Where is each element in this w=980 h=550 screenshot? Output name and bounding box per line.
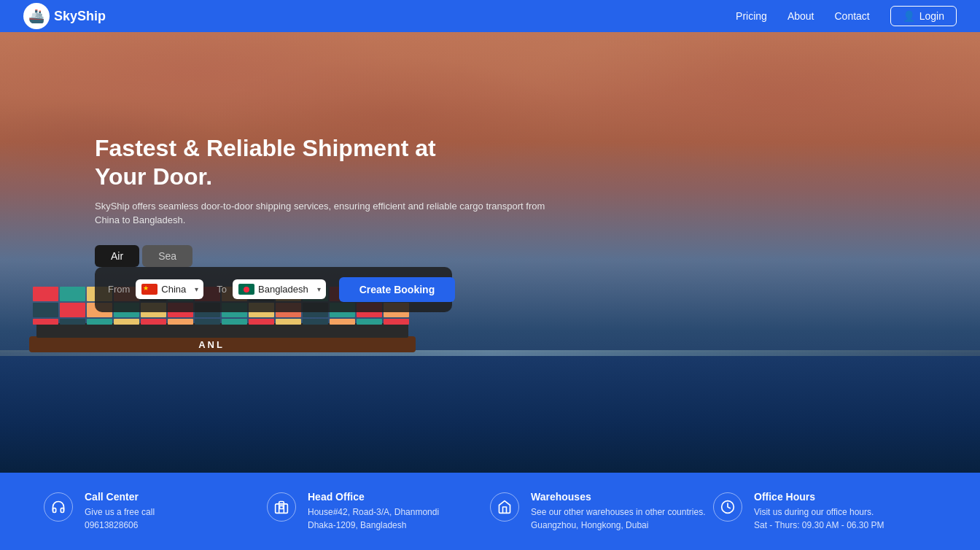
footer-office-hours: Office Hours Visit us during our office … [713, 491, 936, 532]
brand-name: SkyShip [54, 9, 106, 24]
hero-content: Fastest & Reliable Shipment at Your Door… [0, 32, 980, 473]
booking-form: From China To Bangladesh Create Booking [95, 267, 452, 312]
footer-call-line1: Give us a free call [85, 506, 155, 519]
tab-sea[interactable]: Sea [142, 245, 192, 267]
footer-office-line2: Dhaka-1209, Bangladesh [308, 519, 439, 532]
to-country-label: Bangladesh [258, 284, 308, 295]
footer-warehouses: Warehouses See our other warehouses in o… [490, 491, 713, 532]
login-button[interactable]: 👤 Login [890, 6, 957, 26]
to-group: To Bangladesh [217, 279, 325, 299]
to-label: To [217, 284, 227, 295]
to-country-select[interactable]: Bangladesh [233, 279, 326, 299]
hero-section: ANL Fastest & Reliable Shipment at Your … [0, 0, 980, 473]
footer-warehouse-line1: See our other warehouses in other countr… [531, 506, 705, 519]
footer-call-line2: 09613828606 [85, 519, 155, 532]
footer-hours-line1: Visit us during our office hours. [754, 506, 884, 519]
footer-office-title: Head Office [308, 491, 439, 503]
hero-title: Fastest & Reliable Shipment at Your Door… [95, 134, 459, 190]
footer: Call Center Give us a free call 09613828… [0, 473, 980, 550]
logo-icon: 🚢 [23, 3, 50, 29]
bangladesh-flag [238, 284, 254, 295]
nav-about[interactable]: About [788, 10, 814, 22]
footer-office-text: Head Office House#42, Road-3/A, Dhanmond… [308, 491, 439, 532]
headset-icon [44, 492, 73, 522]
brand-logo[interactable]: 🚢 SkyShip [23, 3, 106, 29]
footer-call-center: Call Center Give us a free call 09613828… [44, 491, 267, 532]
create-booking-button[interactable]: Create Booking [339, 277, 455, 302]
footer-hours-line2: Sat - Thurs: 09.30 AM - 06.30 PM [754, 519, 884, 532]
building-icon [267, 492, 296, 522]
svg-rect-46 [280, 506, 284, 508]
china-flag [141, 284, 158, 295]
footer-hours-text: Office Hours Visit us during our office … [754, 491, 884, 532]
footer-head-office: Head Office House#42, Road-3/A, Dhanmond… [267, 491, 490, 532]
from-country-label: China [161, 284, 186, 295]
navbar: 🚢 SkyShip Pricing About Contact 👤 Login [0, 0, 980, 32]
footer-warehouse-line2: Guangzhou, Hongkong, Dubai [531, 519, 705, 532]
from-country-select[interactable]: China [136, 279, 203, 299]
nav-pricing[interactable]: Pricing [736, 10, 767, 22]
nav-contact[interactable]: Contact [834, 10, 869, 22]
footer-warehouse-title: Warehouses [531, 491, 705, 503]
from-label: From [108, 284, 130, 295]
booking-widget: Air Sea From China To Bangladesh [95, 245, 980, 312]
footer-warehouse-text: Warehouses See our other warehouses in o… [531, 491, 705, 532]
footer-office-line1: House#42, Road-3/A, Dhanmondi [308, 506, 439, 519]
from-group: From China [108, 279, 203, 299]
transport-tabs: Air Sea [95, 245, 980, 267]
clock-icon [713, 492, 742, 522]
hero-subtitle: SkyShip offers seamless door-to-door shi… [95, 199, 547, 228]
footer-call-text: Call Center Give us a free call 09613828… [85, 491, 155, 532]
tab-air[interactable]: Air [95, 245, 139, 267]
user-icon: 👤 [903, 10, 915, 22]
warehouse-icon [490, 492, 519, 522]
footer-call-title: Call Center [85, 491, 155, 503]
nav-links: Pricing About Contact 👤 Login [736, 6, 957, 26]
footer-hours-title: Office Hours [754, 491, 884, 503]
